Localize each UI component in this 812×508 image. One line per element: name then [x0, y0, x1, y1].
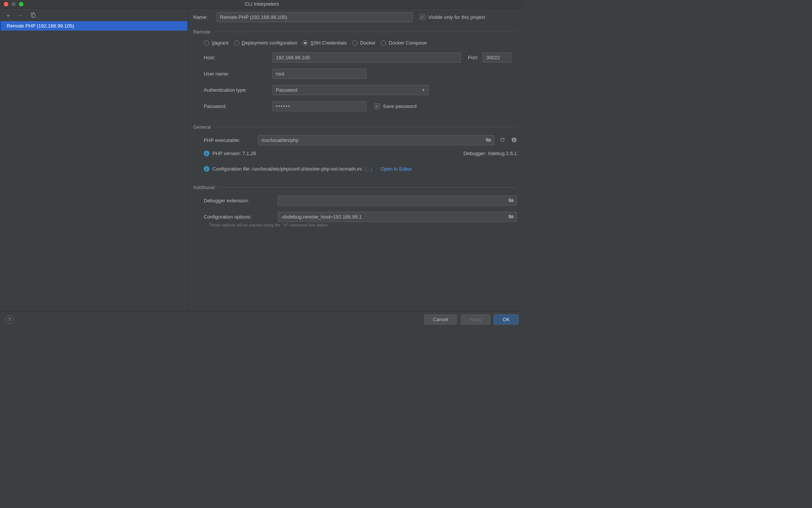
chevron-down-icon: ▼	[421, 88, 425, 92]
svg-rect-3	[514, 139, 515, 141]
dialog-footer: ? Cancel Apply OK	[0, 311, 524, 328]
radio-ssh[interactable]: SSH Credentials	[303, 40, 347, 46]
auth-type-select[interactable]: Password ▼	[272, 85, 429, 95]
remove-icon[interactable]: －	[18, 12, 23, 18]
visible-only-label: Visible only for this project	[428, 14, 485, 20]
folder-icon[interactable]	[486, 137, 491, 144]
debugger-ext-label: Debugger extension:	[204, 198, 278, 203]
radio-docker[interactable]: Docker	[352, 40, 375, 46]
info-icon[interactable]	[511, 137, 517, 144]
config-opts-input[interactable]	[278, 212, 517, 222]
config-more-link[interactable]: (...)	[365, 166, 372, 172]
radio-docker-compose[interactable]: Docker Compose	[381, 40, 426, 46]
apply-button: Apply	[461, 314, 491, 325]
info-badge-icon: i	[204, 151, 209, 156]
interpreter-list: Remote PHP (192.168.99.105)	[0, 20, 188, 311]
radio-deployment[interactable]: Deployment configuration	[234, 40, 297, 46]
config-file-text: Configuration file: /usr/local/etc/php/c…	[212, 166, 362, 172]
checkmark-icon: ✓	[420, 14, 425, 20]
reload-icon[interactable]	[500, 137, 505, 144]
username-input[interactable]	[272, 69, 367, 79]
auth-type-label: Authentication type:	[204, 87, 272, 93]
name-input[interactable]	[217, 12, 413, 22]
radio-vagrant[interactable]: Vagrant	[204, 40, 229, 46]
config-opts-label: Configuration options:	[204, 214, 278, 220]
svg-rect-4	[514, 138, 515, 139]
radio-icon	[234, 40, 239, 46]
php-exec-input[interactable]	[258, 135, 494, 145]
sidebar-item-remote-php[interactable]: Remote PHP (192.168.99.105)	[0, 21, 188, 31]
host-label: Host:	[204, 55, 272, 60]
add-icon[interactable]: ＋	[5, 12, 11, 18]
svg-rect-1	[32, 14, 35, 17]
info-badge-icon: i	[204, 166, 209, 172]
section-general-header: General	[193, 124, 517, 130]
port-input[interactable]	[483, 52, 511, 63]
open-in-editor-link[interactable]: Open in Editor	[380, 166, 412, 172]
cancel-button[interactable]: Cancel	[424, 314, 457, 325]
debugger-text: Debugger: Xdebug 2.6.1	[463, 151, 517, 156]
zoom-window-icon[interactable]	[19, 2, 23, 6]
debugger-ext-input[interactable]	[278, 196, 517, 206]
close-window-icon[interactable]	[4, 2, 8, 6]
username-label: User name:	[204, 71, 272, 77]
window-title: CLI Interpreters	[245, 1, 279, 7]
name-label: Name:	[193, 14, 217, 20]
sidebar-toolbar: ＋ －	[0, 8, 188, 20]
copy-icon[interactable]	[30, 12, 36, 18]
window-controls	[0, 2, 23, 6]
section-additional-header: Additional	[193, 185, 517, 190]
ok-button[interactable]: OK	[494, 314, 518, 325]
password-label: Password:	[204, 103, 272, 109]
host-input[interactable]	[272, 52, 461, 63]
port-label: Port:	[468, 55, 478, 60]
content-pane: Name: ✓ Visible only for this project Re…	[188, 8, 524, 311]
visible-only-checkbox[interactable]: ✓ Visible only for this project	[420, 14, 485, 20]
titlebar: CLI Interpreters	[0, 0, 524, 8]
checkmark-icon: ✓	[374, 103, 380, 109]
minimize-window-icon	[11, 2, 16, 6]
password-input[interactable]	[272, 101, 367, 111]
radio-icon	[303, 40, 308, 46]
save-password-checkbox[interactable]: ✓ Save password	[374, 103, 417, 109]
radio-icon	[381, 40, 386, 46]
php-exec-label: PHP executable:	[204, 137, 258, 143]
radio-icon	[204, 40, 209, 46]
section-remote-header: Remote	[193, 29, 517, 35]
folder-icon[interactable]	[508, 197, 514, 204]
radio-icon	[352, 40, 357, 46]
help-icon[interactable]: ?	[5, 316, 14, 324]
sidebar: ＋ － Remote PHP (192.168.99.105)	[0, 8, 188, 311]
php-version-text: PHP version: 7.1.26	[212, 151, 256, 156]
sidebar-item-label: Remote PHP (192.168.99.105)	[7, 23, 74, 29]
remote-type-radios: Vagrant Deployment configuration SSH Cre…	[204, 40, 517, 46]
folder-icon[interactable]	[508, 214, 514, 220]
config-opts-hint: These options will be passed using the "…	[209, 223, 517, 227]
